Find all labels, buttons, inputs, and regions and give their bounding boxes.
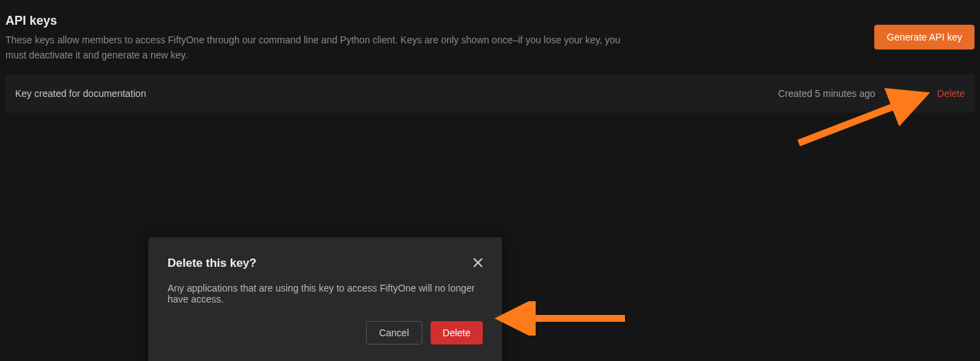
delete-button[interactable]: Delete — [431, 321, 483, 344]
x-icon — [473, 258, 483, 267]
annotation-arrow-icon — [491, 301, 628, 336]
api-key-delete-link[interactable]: Delete — [937, 88, 965, 99]
delete-key-modal: Delete this key? Any applications that a… — [148, 237, 502, 361]
modal-title: Delete this key? — [168, 256, 256, 270]
modal-header: Delete this key? — [168, 256, 483, 270]
header-text-block: API keys These keys allow members to acc… — [5, 14, 624, 63]
cancel-button[interactable]: Cancel — [366, 321, 422, 344]
generate-api-key-button[interactable]: Generate API key — [874, 25, 975, 50]
close-icon[interactable] — [473, 257, 483, 270]
api-key-meta: Created 5 minutes ago Delete — [778, 88, 965, 99]
api-key-created: Created 5 minutes ago — [778, 88, 876, 99]
api-key-row: Key created for documentation Created 5 … — [5, 74, 975, 113]
page-title: API keys — [5, 14, 624, 28]
modal-body-text: Any applications that are using this key… — [168, 283, 483, 305]
page-header: API keys These keys allow members to acc… — [0, 0, 980, 63]
modal-actions: Cancel Delete — [168, 321, 483, 344]
api-key-name: Key created for documentation — [15, 88, 146, 99]
page-description: These keys allow members to access Fifty… — [5, 32, 624, 63]
